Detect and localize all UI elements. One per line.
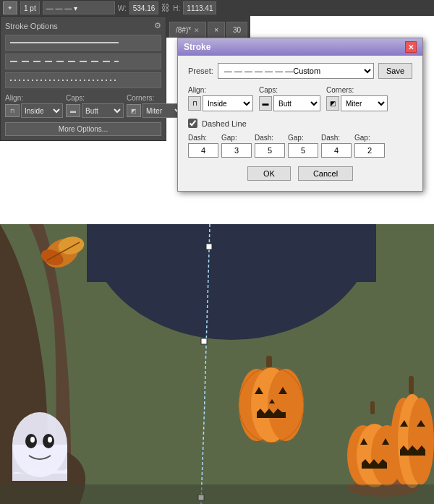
caps-select[interactable]: Butt Round Square	[82, 103, 124, 118]
dialog-close-button[interactable]: ✕	[405, 41, 417, 53]
height-label: H:	[173, 4, 180, 12]
caps-label: Caps:	[66, 94, 124, 102]
tab-2-label: ×	[214, 26, 218, 34]
dialog-corners-group: Corners: ◩ Miter Round Bevel	[326, 86, 388, 111]
caps-butt-icon: ▬	[66, 104, 80, 117]
dash1-input[interactable]	[188, 143, 218, 158]
art-scene-svg	[0, 224, 434, 504]
tab-1-label: /8#)*	[176, 26, 191, 34]
dashed-line-preview	[10, 61, 119, 62]
dash-gap-row: Dash: Gap: Dash: Gap: Dash: Gap:	[188, 134, 412, 158]
dialog-caps-butt-icon: ▬	[259, 96, 272, 111]
dash2-group: Dash:	[255, 134, 285, 158]
stroke-style-select[interactable]: — — — ▾	[43, 1, 115, 14]
svg-rect-7	[206, 244, 212, 249]
dashed-line-row: Dashed Line	[188, 119, 412, 128]
more-options-button[interactable]: More Options...	[5, 122, 161, 136]
dialog-caps-label: Caps:	[259, 86, 320, 94]
dialog-buttons: OK Cancel	[188, 166, 412, 184]
corners-miter-icon: ◩	[127, 104, 141, 117]
dotted-line-preview	[10, 80, 119, 81]
svg-point-34	[408, 398, 434, 484]
gear-icon[interactable]: ⚙	[154, 21, 161, 30]
dialog-corners-select[interactable]: Miter Round Bevel	[341, 95, 388, 111]
link-icon[interactable]: ⛓	[161, 3, 170, 13]
gap3-group: Gap:	[354, 134, 385, 158]
width-label: W:	[118, 4, 127, 12]
dashed-line-label: Dashed Line	[202, 119, 247, 128]
dash3-input[interactable]	[321, 143, 352, 158]
dialog-titlebar: Stroke ✕	[178, 38, 422, 56]
gap3-input[interactable]	[354, 143, 385, 158]
stroke-dialog: Stroke ✕ Preset: — — — — — — —Custom Sav…	[177, 38, 423, 192]
align-select[interactable]: Inside Outside Center	[21, 103, 63, 118]
stroke-options-panel: Stroke Options ⚙ Align: ⊓ Inside Outside…	[0, 16, 166, 141]
preset-save-button[interactable]: Save	[378, 63, 412, 79]
gap2-group: Gap:	[288, 134, 318, 158]
preset-select[interactable]: — — — — — — —Custom	[218, 63, 374, 79]
svg-rect-24	[370, 401, 375, 414]
preset-row: Preset: — — — — — — —Custom Save	[188, 63, 412, 79]
dash2-label: Dash:	[255, 134, 285, 142]
svg-point-14	[30, 437, 35, 443]
svg-rect-2	[87, 224, 376, 282]
dialog-align-label: Align:	[188, 86, 253, 94]
svg-rect-37	[0, 484, 434, 504]
stroke-options-header: Stroke Options ⚙	[5, 21, 161, 30]
caps-group: Caps: ▬ Butt Round Square	[66, 94, 124, 118]
gap3-label: Gap:	[354, 134, 385, 142]
align-label: Align:	[5, 94, 63, 102]
dialog-align-inside-icon: ⊓	[188, 96, 201, 111]
stroke-options-title: Stroke Options	[5, 22, 58, 30]
gap2-input[interactable]	[288, 143, 318, 158]
stroke-line-solid[interactable]	[5, 35, 161, 51]
corners-label: Corners:	[127, 94, 184, 102]
dialog-title: Stroke	[184, 42, 210, 52]
tab-3[interactable]: 30	[226, 22, 247, 38]
top-toolbar: ✦ 1 pt — — — ▾ W: 534.16 ⛓ H: 1113.41	[0, 0, 434, 16]
dialog-caps-select[interactable]: Butt Round Square	[273, 95, 320, 111]
gap1-group: Gap:	[221, 134, 252, 158]
stroke-line-dotted[interactable]	[5, 72, 161, 88]
dash3-label: Dash:	[321, 134, 352, 142]
dialog-corners-label: Corners:	[326, 86, 388, 94]
dialog-align-group: Align: ⊓ Inside Outside Center	[188, 86, 253, 111]
stroke-weight-input[interactable]: 1 pt	[20, 1, 40, 14]
solid-line-preview	[10, 42, 119, 43]
gap1-input[interactable]	[221, 143, 252, 158]
align-inside-icon: ⊓	[5, 104, 20, 117]
art-canvas	[0, 224, 434, 504]
dash1-group: Dash:	[188, 134, 218, 158]
dialog-caps-group: Caps: ▬ Butt Round Square	[259, 86, 320, 111]
svg-rect-8	[201, 338, 207, 344]
cancel-button[interactable]: Cancel	[298, 166, 353, 181]
gap1-label: Gap:	[221, 134, 252, 142]
gap2-label: Gap:	[288, 134, 318, 142]
dialog-align-caps-corners: Align: ⊓ Inside Outside Center Caps: ▬ B…	[188, 86, 412, 111]
dialog-corners-miter-icon: ◩	[326, 96, 339, 111]
dialog-align-select[interactable]: Inside Outside Center	[203, 95, 253, 111]
stroke-line-dashed[interactable]	[5, 54, 161, 69]
dashed-line-checkbox[interactable]	[188, 119, 197, 128]
preset-label: Preset:	[188, 67, 213, 75]
height-value[interactable]: 1113.41	[183, 1, 216, 14]
width-value[interactable]: 534.16	[129, 1, 159, 14]
tab-2[interactable]: ×	[208, 22, 225, 38]
tab-1[interactable]: /8#)* ✕	[169, 22, 206, 38]
tab-area: /8#)* ✕ × 30	[166, 16, 250, 38]
tab-3-label: 30	[233, 26, 241, 34]
align-caps-corners-row: Align: ⊓ Inside Outside Center Caps: ▬ B…	[5, 94, 161, 118]
tool-icon: ✦	[3, 1, 17, 14]
ok-button[interactable]: OK	[247, 166, 291, 181]
svg-point-15	[48, 437, 52, 443]
dash2-input[interactable]	[255, 143, 285, 158]
dash3-group: Dash:	[321, 134, 352, 158]
align-group: Align: ⊓ Inside Outside Center	[5, 94, 63, 118]
dialog-body: Preset: — — — — — — —Custom Save Align: …	[178, 56, 422, 191]
dash1-label: Dash:	[188, 134, 218, 142]
svg-point-19	[268, 369, 304, 441]
corners-group: Corners: ◩ Miter Round Bevel	[127, 94, 184, 118]
svg-rect-31	[409, 376, 414, 394]
tab-1-close[interactable]: ✕	[194, 27, 200, 34]
